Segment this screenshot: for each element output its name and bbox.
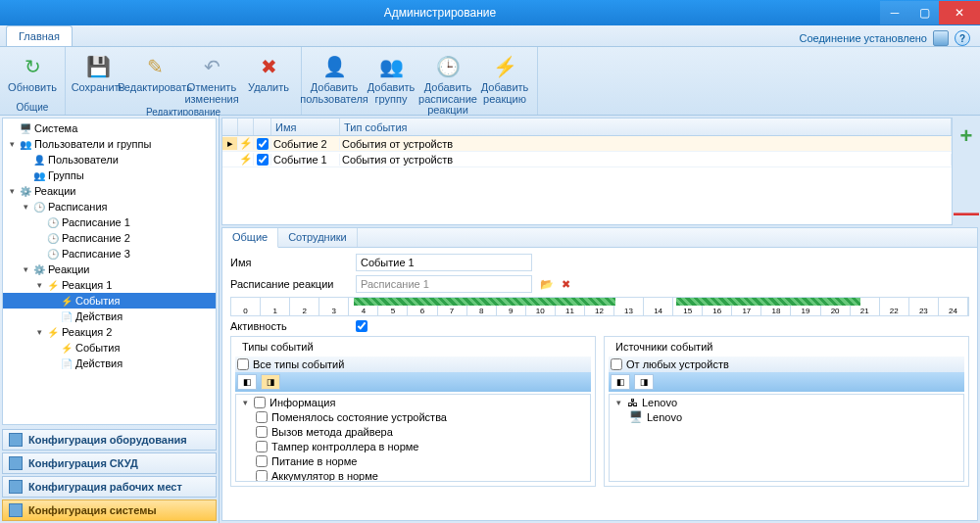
expand-all-button[interactable]: ◧: [237, 374, 257, 390]
open-schedule-icon[interactable]: 📂: [540, 278, 554, 291]
event-type-checkbox[interactable]: [256, 441, 268, 452]
sources-list[interactable]: ▾🖧Lenovo🖥️Lenovo: [609, 394, 964, 482]
grid-col-type[interactable]: Тип события: [340, 119, 952, 135]
sidebar: 🖥️Система▾👥Пользователи и группы👤Пользов…: [0, 116, 220, 523]
event-type-row[interactable]: Поменялось состояние устройства: [236, 409, 590, 424]
ribbon-btn-delete[interactable]: ✖Удалить: [240, 51, 297, 107]
source-row[interactable]: ▾🖧Lenovo: [610, 395, 963, 409]
ribbon-btn-edit[interactable]: ✎Редактировать: [126, 51, 183, 107]
tree-item-icon: 🕒: [46, 247, 60, 261]
help-icon[interactable]: ?: [955, 30, 970, 46]
grid-row[interactable]: ▸⚡Событие 2События от устройств: [222, 136, 952, 152]
grid-col-name[interactable]: Имя: [271, 119, 340, 135]
tree-toggle-icon[interactable]: ▾: [21, 264, 30, 274]
tree-node[interactable]: 📄Действия: [3, 356, 216, 371]
event-type-row[interactable]: ▾Информация: [236, 395, 590, 409]
event-type-label: Аккумулятор в норме: [271, 470, 378, 482]
event-type-row[interactable]: Вызов метода драйвера: [236, 424, 590, 439]
any-device-checkbox[interactable]: [611, 358, 622, 370]
database-icon[interactable]: [933, 30, 949, 46]
src-expand-button[interactable]: ◧: [611, 374, 630, 390]
tree-node[interactable]: ▾👥Пользователи и группы: [3, 136, 216, 152]
ribbon-btn-cancel[interactable]: ↶Отменить изменения: [183, 51, 240, 107]
tree-toggle-icon[interactable]: ▾: [613, 398, 623, 407]
bolt-icon: ⚡: [239, 137, 253, 150]
maximize-button[interactable]: ▢: [909, 1, 939, 24]
grid-col-icon[interactable]: [238, 119, 254, 135]
tree-node[interactable]: ⚡События: [3, 340, 216, 356]
grid-col-check[interactable]: [254, 119, 271, 135]
grid-col-marker[interactable]: [222, 119, 238, 135]
tree-item-icon: ⚡: [46, 278, 60, 292]
tree-toggle-icon[interactable]: ▾: [240, 398, 250, 407]
minimize-button[interactable]: ─: [880, 1, 909, 24]
collapse-all-button[interactable]: ◨: [261, 374, 280, 390]
config-button[interactable]: Конфигурация оборудования: [2, 429, 217, 451]
event-type-row[interactable]: Тампер контроллера в норме: [236, 439, 590, 453]
src-collapse-button[interactable]: ◨: [634, 374, 654, 390]
tree-item-label: Группы: [48, 169, 84, 181]
tree-toggle-icon[interactable]: ▾: [7, 139, 17, 149]
tree-toggle-icon[interactable]: ▾: [7, 186, 17, 196]
tree-toggle-icon[interactable]: ▾: [34, 327, 44, 337]
activity-checkbox[interactable]: [356, 320, 368, 332]
ribbon-btn-add-react[interactable]: ⚡Добавить реакцию: [476, 51, 533, 119]
tree-node[interactable]: 🕒Расписание 2: [3, 230, 216, 246]
source-row[interactable]: 🖥️Lenovo: [610, 409, 963, 424]
event-type-checkbox[interactable]: [256, 470, 268, 482]
all-types-checkbox[interactable]: [237, 358, 249, 370]
tree-node[interactable]: ▾🕒Расписания: [3, 199, 216, 214]
detail-panel: Общие Сотрудники Имя Расписание реакции …: [221, 227, 978, 521]
ribbon-btn-add-user[interactable]: 👤Добавить пользователя: [306, 51, 363, 119]
tree-item-icon: ⚡: [46, 325, 60, 339]
tree-node[interactable]: 🕒Расписание 1: [3, 214, 216, 230]
event-type-checkbox[interactable]: [254, 397, 266, 408]
config-button[interactable]: Конфигурация СКУД: [2, 452, 217, 474]
tab-general[interactable]: Общие: [222, 228, 278, 248]
ribbon-btn-save[interactable]: 💾Сохранить: [70, 51, 126, 107]
remove-row-button[interactable]: —: [954, 207, 979, 219]
tree-item-icon: 📄: [60, 309, 74, 323]
ribbon-btn-refresh[interactable]: ↻Обновить: [4, 51, 61, 102]
name-input[interactable]: [356, 254, 532, 271]
tree-toggle-icon[interactable]: ▾: [34, 280, 44, 290]
tree-node[interactable]: ▾⚡Реакция 1: [3, 277, 216, 293]
tree-item-label: Пользователи: [48, 154, 119, 166]
close-button[interactable]: ✕: [939, 1, 980, 24]
grid-row[interactable]: ⚡Событие 1События от устройств: [222, 152, 952, 167]
tree-item-icon: 🕒: [46, 231, 60, 245]
time-ruler[interactable]: 0123456789101112131415161718192021222324: [230, 297, 969, 316]
event-type-checkbox[interactable]: [256, 455, 268, 467]
tree-node[interactable]: 👥Группы: [3, 167, 216, 183]
save-icon: 💾: [84, 53, 112, 80]
types-toolbar: ◧ ◨: [235, 372, 591, 392]
bolt-icon: ⚡: [239, 153, 253, 166]
event-types-list[interactable]: ▾ИнформацияПоменялось состояние устройст…: [235, 394, 591, 482]
tab-employees[interactable]: Сотрудники: [278, 228, 358, 247]
event-type-checkbox[interactable]: [256, 426, 268, 438]
nav-tree[interactable]: 🖥️Система▾👥Пользователи и группы👤Пользов…: [2, 118, 217, 425]
event-type-row[interactable]: Питание в норме: [236, 453, 590, 468]
tree-node[interactable]: ▾⚙️Реакции: [3, 183, 216, 199]
ribbon-btn-add-sched[interactable]: 🕒Добавить расписание реакции: [419, 51, 476, 119]
tree-node[interactable]: 📄Действия: [3, 309, 216, 324]
tree-node[interactable]: 🖥️Система: [3, 120, 216, 136]
ribbon-btn-add-group[interactable]: 👥Добавить группу: [363, 51, 419, 119]
event-type-row[interactable]: Аккумулятор в норме: [236, 468, 590, 482]
ribbon-tab-main[interactable]: Главная: [6, 25, 73, 46]
add-row-button[interactable]: +: [960, 123, 973, 149]
config-button[interactable]: Конфигурация рабочих мест: [2, 476, 217, 498]
schedule-input[interactable]: [356, 275, 532, 293]
event-type-checkbox[interactable]: [256, 411, 268, 423]
clear-schedule-icon[interactable]: ✖: [562, 278, 570, 291]
tree-node[interactable]: ▾⚡Реакция 2: [3, 324, 216, 340]
row-checkbox[interactable]: [257, 154, 269, 166]
tree-node[interactable]: ⚡События: [3, 293, 216, 309]
row-checkbox[interactable]: [257, 138, 269, 150]
config-button[interactable]: Конфигурация системы: [2, 499, 217, 521]
tree-node[interactable]: 🕒Расписание 3: [3, 246, 216, 262]
tree-node[interactable]: ▾⚙️Реакции: [3, 262, 216, 277]
tree-node[interactable]: 👤Пользователи: [3, 152, 216, 167]
events-grid[interactable]: Имя Тип события ▸⚡Событие 2События от ус…: [221, 118, 953, 225]
tree-toggle-icon[interactable]: ▾: [21, 202, 30, 212]
